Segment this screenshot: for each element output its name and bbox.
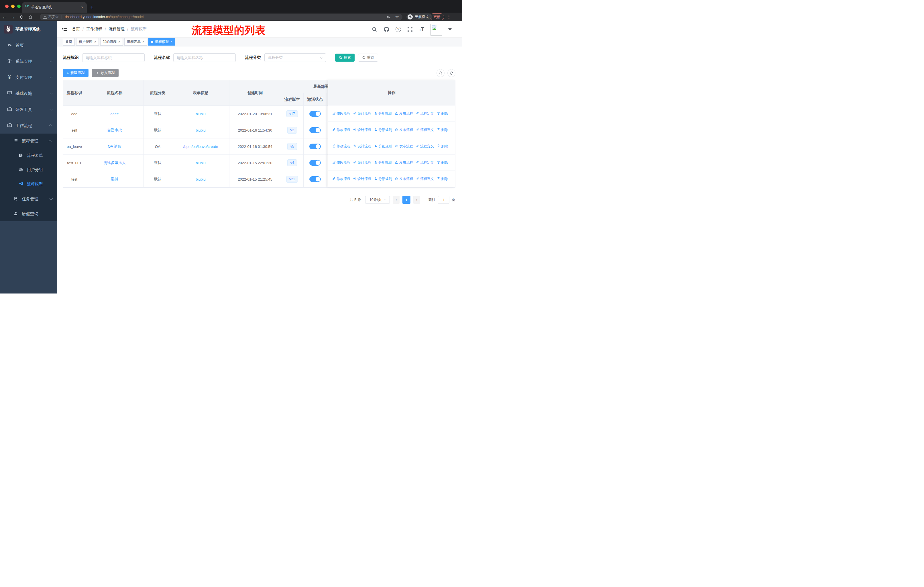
sidebar-item-workflow[interactable]: 工作流程 [0,117,57,134]
update-button[interactable]: 更新 [430,13,444,20]
active-toggle[interactable] [309,160,321,166]
process-name-link[interactable]: 自己审批 [107,128,122,132]
browser-menu-icon[interactable] [449,15,449,19]
action-pencil[interactable]: 修改流程 [332,111,350,116]
active-toggle[interactable] [309,176,321,182]
process-name-link[interactable]: OA 请假 [108,144,121,149]
sidebar-item-process-model[interactable]: 流程模型 [0,177,57,192]
import-process-button[interactable]: 导入流程 [92,69,119,77]
url-bar[interactable]: 不安全 dashboard.yudao.iocoder.cn/bpm/manag… [40,14,403,20]
sidebar-item-process-mgmt[interactable]: 流程管理 [0,134,57,149]
fullscreen-icon[interactable] [407,26,413,32]
sidebar-item-process-form[interactable]: 流程表单 [0,149,57,163]
menu-fold-icon[interactable] [61,26,67,32]
page-size-select[interactable]: 10条/页 [365,196,390,204]
action-paperclip[interactable]: 流程定义 [416,160,434,165]
minimize-window-button[interactable] [11,5,15,8]
back-icon[interactable]: ← [0,15,8,20]
key-icon[interactable] [386,15,391,19]
action-thumb-up[interactable]: 发布流程 [395,177,413,182]
action-gear[interactable]: 设计流程 [353,111,371,116]
sidebar-item-payment[interactable]: ¥ 支付管理 [0,69,57,85]
action-paperclip[interactable]: 流程定义 [416,177,434,182]
tag-process-model[interactable]: 流程模型× [148,38,175,46]
action-user[interactable]: 分配规则 [374,127,392,132]
action-gear[interactable]: 设计流程 [353,144,371,149]
close-icon[interactable]: × [118,40,120,44]
page-1-button[interactable]: 1 [403,196,411,204]
sidebar-item-user-group[interactable]: 用户分组 [0,163,57,177]
home-icon[interactable] [26,15,35,20]
search-button[interactable]: 搜索 [335,54,355,62]
action-trash[interactable]: 删除 [437,144,448,149]
action-thumb-up[interactable]: 发布流程 [395,144,413,149]
sidebar-item-infra[interactable]: 基础设施 [0,85,57,101]
avatar-caret-icon[interactable] [448,28,452,30]
category-select[interactable]: 流程分类 [264,53,326,62]
action-trash[interactable]: 删除 [437,160,448,165]
tag-process-form[interactable]: 流程表单× [124,38,147,46]
reload-icon[interactable] [17,15,26,20]
sidebar-item-home[interactable]: 首页 [0,37,57,53]
close-icon[interactable]: × [170,40,172,44]
active-toggle[interactable] [309,144,321,149]
form-info-link[interactable]: /bpm/oa/leave/create [183,144,218,149]
tag-home[interactable]: 首页 [63,38,75,46]
action-paperclip[interactable]: 流程定义 [416,144,434,149]
action-gear[interactable]: 设计流程 [353,127,371,132]
process-name-link[interactable]: 滔博 [111,177,118,181]
sidebar-item-leave-query[interactable]: 请假查询 [0,207,57,221]
forward-icon[interactable]: → [8,15,17,20]
refresh-table-button[interactable] [447,69,455,77]
tag-tenant[interactable]: 租户管理× [76,38,99,46]
security-warning[interactable]: 不安全 [43,15,59,20]
action-thumb-up[interactable]: 发布流程 [395,160,413,165]
close-icon[interactable]: × [142,40,144,44]
active-toggle[interactable] [309,127,321,133]
form-info-link[interactable]: biubiu [196,112,206,116]
close-icon[interactable]: × [94,40,96,44]
search-icon[interactable] [372,26,377,32]
action-user[interactable]: 分配规则 [374,144,392,149]
process-name-link[interactable]: 测试多审批人 [103,160,126,165]
sidebar-item-devtools[interactable]: 研发工具 [0,101,57,117]
avatar[interactable] [431,24,442,36]
breadcrumb-workflow[interactable]: 工作流程 [86,26,102,32]
form-info-link[interactable]: biubiu [196,161,206,165]
tag-my-process[interactable]: 我的流程× [100,38,123,46]
goto-page-input[interactable] [438,196,449,204]
process-name-input[interactable] [173,53,236,62]
window-controls[interactable] [5,5,21,8]
action-trash[interactable]: 删除 [437,111,448,116]
action-thumb-up[interactable]: 发布流程 [395,111,413,116]
action-thumb-up[interactable]: 发布流程 [395,127,413,132]
github-icon[interactable] [383,26,389,32]
font-size-icon[interactable]: TT [419,26,424,32]
process-name-link[interactable]: eeee [111,112,119,116]
action-user[interactable]: 分配规则 [374,160,392,165]
new-tab-button[interactable]: + [90,3,94,11]
prev-page-button[interactable]: ‹ [393,196,399,204]
bookmark-star-icon[interactable]: ☆ [395,14,399,20]
browser-tab[interactable]: 芋道管理系统 × [22,2,87,13]
sidebar-item-task-mgmt[interactable]: 任务管理 [0,192,57,207]
active-toggle[interactable] [309,111,321,117]
reset-button[interactable]: 重置 [358,54,378,62]
show-search-button[interactable] [437,69,444,77]
action-pencil[interactable]: 修改流程 [332,144,350,149]
form-info-link[interactable]: biubiu [196,128,206,132]
close-window-button[interactable] [5,5,8,8]
maximize-window-button[interactable] [17,5,21,8]
tab-close-icon[interactable]: × [81,5,84,10]
action-trash[interactable]: 删除 [437,177,448,182]
form-info-link[interactable]: biubiu [196,177,206,182]
action-paperclip[interactable]: 流程定义 [416,127,434,132]
sidebar-item-system[interactable]: 系统管理 [0,53,57,69]
next-page-button[interactable]: › [413,196,420,204]
breadcrumb-process-mgmt[interactable]: 流程管理 [109,26,125,32]
action-paperclip[interactable]: 流程定义 [416,111,434,116]
breadcrumb-home[interactable]: 首页 [72,26,80,32]
action-pencil[interactable]: 修改流程 [332,127,350,132]
action-user[interactable]: 分配规则 [374,177,392,182]
action-gear[interactable]: 设计流程 [353,177,371,182]
